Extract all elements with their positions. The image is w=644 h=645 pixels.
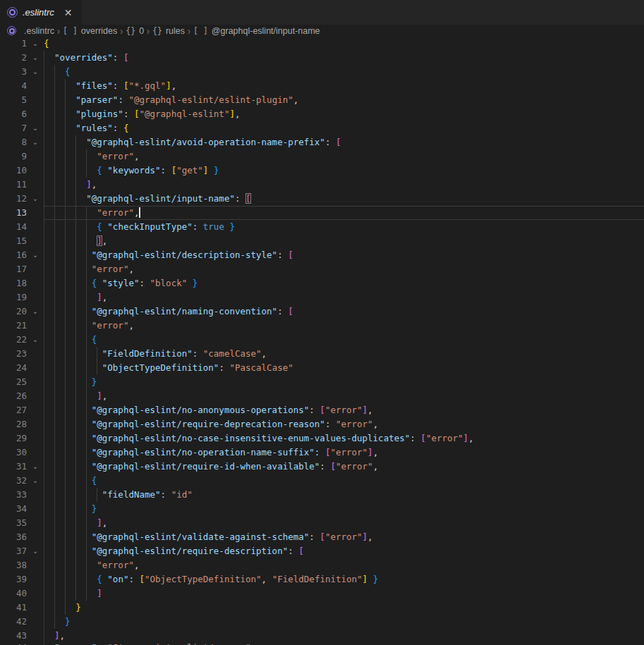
code-token: , <box>367 532 373 542</box>
code-token: "camelCase" <box>203 348 262 359</box>
tab-close-icon[interactable]: ✕ <box>62 7 75 18</box>
code-line[interactable]: 24 "ObjectTypeDefinition": "PascalCase" <box>0 361 644 375</box>
code-line[interactable]: 11 ], <box>0 178 644 192</box>
code-line[interactable]: 14 { "checkInputType": true } <box>0 220 644 234</box>
fold-chevron-icon[interactable]: ⌄ <box>27 544 44 558</box>
line-number: 25 <box>0 375 27 389</box>
tab-eslintrc[interactable]: .eslintrc ✕ <box>0 0 82 25</box>
code-text: } <box>44 375 644 389</box>
line-number: 4 <box>0 79 27 93</box>
code-text: "@graphql-eslint/naming-convention": [ <box>44 305 644 319</box>
code-line[interactable]: 26 ], <box>0 389 644 403</box>
code-line[interactable]: 42 } <box>0 615 644 629</box>
fold-spacer <box>27 262 44 276</box>
fold-chevron-icon[interactable]: ⌄ <box>27 135 44 149</box>
code-token <box>44 546 92 556</box>
code-token: "error" <box>92 264 129 274</box>
breadcrumb-label: .eslintrc <box>24 26 54 36</box>
code-text: ], <box>44 516 644 530</box>
code-token: , <box>262 574 272 584</box>
code-text: "parser": "@typescript-eslint/parser" <box>44 641 644 645</box>
code-line[interactable]: 22⌄ { <box>0 333 644 347</box>
code-line[interactable]: 30 "@graphql-eslint/no-operation-name-su… <box>0 446 644 460</box>
code-token: } <box>373 574 379 584</box>
code-token <box>44 630 54 641</box>
fold-spacer <box>27 93 44 107</box>
fold-chevron-icon[interactable]: ⌄ <box>27 65 44 79</box>
code-token <box>44 461 92 472</box>
code-token <box>44 560 97 570</box>
code-line[interactable]: 33 "fieldName": "id" <box>0 488 644 502</box>
code-line[interactable]: 9 "error", <box>0 149 644 164</box>
breadcrumb-item[interactable]: .eslintrc <box>7 26 54 36</box>
code-line[interactable]: 40 ] <box>0 586 644 601</box>
code-line[interactable]: 5 "parser": "@graphql-eslint/eslint-plug… <box>0 93 644 107</box>
code-line[interactable]: 29 "@graphql-eslint/no-case-insensitive-… <box>0 431 644 446</box>
code-line[interactable]: 37⌄ "@graphql-eslint/require-description… <box>0 544 644 558</box>
code-line[interactable]: 15 ], <box>0 234 644 248</box>
breadcrumb-item[interactable]: [ ]@graphql-eslint/input-name <box>193 26 320 36</box>
code-token: ] <box>363 574 368 584</box>
fold-spacer <box>27 502 44 516</box>
code-token <box>44 602 75 613</box>
code-line[interactable]: 28 "@graphql-eslint/require-deprecation-… <box>0 417 644 431</box>
code-text: "@graphql-eslint/no-anonymous-operations… <box>44 403 644 417</box>
code-token: "error" <box>97 151 134 161</box>
code-line[interactable]: 21 "error", <box>0 319 644 333</box>
code-line[interactable]: 23 "FieldDefinition": "camelCase", <box>0 347 644 361</box>
fold-chevron-icon[interactable]: ⌄ <box>27 121 44 135</box>
fold-chevron-icon[interactable]: ⌄ <box>27 333 44 347</box>
code-line[interactable]: 20⌄ "@graphql-eslint/naming-convention":… <box>0 305 644 319</box>
fold-chevron-icon[interactable]: ⌄ <box>27 460 44 474</box>
code-line[interactable]: 38 "error", <box>0 558 644 572</box>
code-token: "@graphql-eslint/naming-convention" <box>92 306 277 317</box>
code-token: : <box>315 447 325 457</box>
code-line[interactable]: 12⌄ "@graphql-eslint/input-name": [ <box>0 192 644 206</box>
code-line[interactable]: 36 "@graphql-eslint/validate-against-sch… <box>0 530 644 544</box>
code-line[interactable]: 2⌄ "overrides": [ <box>0 51 644 65</box>
symbol-kind-icon: {} <box>152 26 162 36</box>
code-line[interactable]: 6 "plugins": ["@graphql-eslint"], <box>0 107 644 121</box>
fold-chevron-icon[interactable]: ⌄ <box>27 248 44 262</box>
code-line[interactable]: 32⌄ { <box>0 474 644 488</box>
code-token: { <box>97 574 102 584</box>
code-line[interactable]: 16⌄ "@graphql-eslint/description-style":… <box>0 248 644 262</box>
code-line[interactable]: 8⌄ "@graphql-eslint/avoid-operation-name… <box>0 135 644 149</box>
fold-spacer <box>27 149 44 164</box>
breadcrumb-item[interactable]: {}rules <box>152 26 185 36</box>
code-line[interactable]: 39 { "on": ["ObjectTypeDefinition", "Fie… <box>0 572 644 586</box>
code-line[interactable]: 17 "error", <box>0 262 644 276</box>
code-editor: 1⌄{2⌄ "overrides": [3⌄ {4 "files": ["*.g… <box>0 37 644 645</box>
code-token <box>44 52 54 63</box>
code-line[interactable]: 7⌄ "rules": { <box>0 121 644 135</box>
code-line[interactable]: 4 "files": ["*.gql"], <box>0 79 644 93</box>
code-line[interactable]: 41 } <box>0 601 644 615</box>
code-token: { <box>65 66 71 77</box>
fold-chevron-icon[interactable]: ⌄ <box>27 37 44 51</box>
code-line[interactable]: 13 "error", <box>0 206 644 220</box>
code-token <box>44 235 97 246</box>
breadcrumb-separator-icon: › <box>188 25 190 37</box>
code-line[interactable]: 31⌄ "@graphql-eslint/require-id-when-ava… <box>0 460 644 474</box>
fold-chevron-icon[interactable]: ⌄ <box>27 51 44 65</box>
code-line[interactable]: 27 "@graphql-eslint/no-anonymous-operati… <box>0 403 644 417</box>
code-line[interactable]: 18 { "style": "block" } <box>0 276 644 290</box>
code-token: [ <box>320 405 325 415</box>
fold-spacer <box>27 107 44 121</box>
breadcrumb-item[interactable]: {}0 <box>126 26 144 36</box>
breadcrumb-item[interactable]: [ ]overrides <box>63 26 117 36</box>
code-line[interactable]: 3⌄ { <box>0 65 644 79</box>
code-line[interactable]: 19 ], <box>0 290 644 305</box>
code-line[interactable]: 35 ], <box>0 516 644 530</box>
line-number: 42 <box>0 615 27 629</box>
fold-chevron-icon[interactable]: ⌄ <box>27 305 44 319</box>
fold-chevron-icon[interactable]: ⌄ <box>27 192 44 206</box>
fold-chevron-icon[interactable]: ⌄ <box>27 474 44 488</box>
code-text: "error", <box>44 558 644 572</box>
code-line[interactable]: 1⌄{ <box>0 37 644 51</box>
code-line[interactable]: 34 } <box>0 502 644 516</box>
code-token: : <box>235 193 245 204</box>
line-number: 19 <box>0 290 27 305</box>
code-line[interactable]: 10 { "keywords": ["get"] } <box>0 164 644 178</box>
code-line[interactable]: 25 } <box>0 375 644 389</box>
